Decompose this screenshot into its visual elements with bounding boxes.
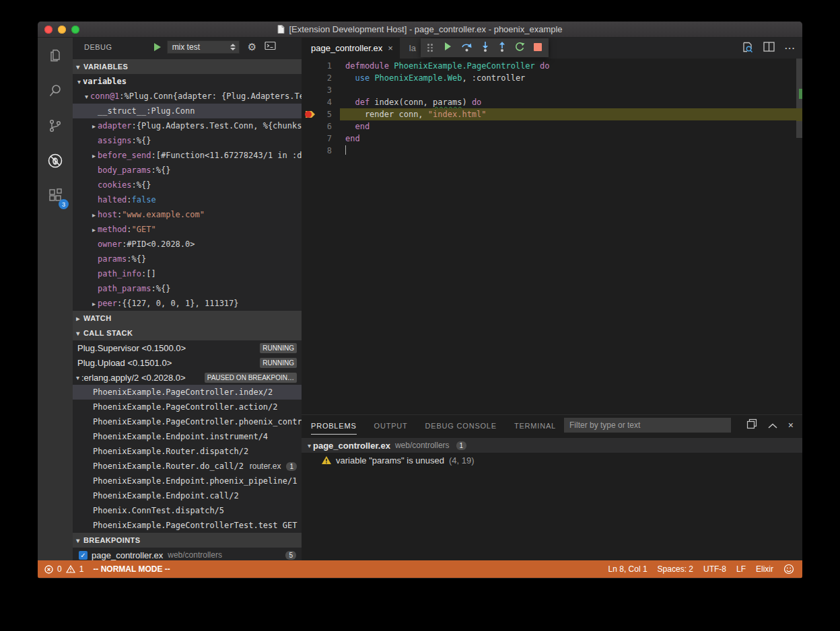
feedback-smiley-icon[interactable] xyxy=(783,564,794,574)
close-icon[interactable]: × xyxy=(388,43,393,53)
chevron-right-icon[interactable]: ▸ xyxy=(90,152,98,159)
problems-filter-input[interactable] xyxy=(564,418,731,433)
code-line[interactable]: 3 xyxy=(302,84,802,96)
line-gutter[interactable]: 2 xyxy=(302,72,340,84)
callstack-thread-row[interactable]: Plug.Upload <0.1501.0>RUNNING xyxy=(73,355,302,370)
variable-row[interactable]: ▸adapter: {Plug.Adapters.Test.Conn, %{ch… xyxy=(73,118,302,133)
continue-button[interactable] xyxy=(443,42,452,54)
chevron-right-icon[interactable]: ▸ xyxy=(90,122,98,130)
line-gutter[interactable]: 1 xyxy=(302,60,340,72)
chevron-down-icon[interactable]: ▾ xyxy=(74,374,81,381)
configure-gear-icon[interactable]: ⚙ xyxy=(248,42,256,52)
breakpoint-row[interactable]: ✓page_controller.exweb/controllers5 xyxy=(73,548,302,560)
callstack-frame-row[interactable]: PhoenixExample.Endpoint.instrument/4 xyxy=(73,429,302,444)
chevron-right-icon[interactable]: ▸ xyxy=(90,300,98,307)
tab-output[interactable]: OUTPUT xyxy=(374,416,408,434)
variables-section-header[interactable]: ▾ VARIABLES xyxy=(73,59,302,74)
callstack-frame-row[interactable]: PhoenixExample.PageController.action/2 xyxy=(73,400,302,414)
breakpoints-section-header[interactable]: ▾ BREAKPOINTS xyxy=(73,533,302,548)
chevron-down-icon[interactable]: ▾ xyxy=(83,93,90,100)
problem-row[interactable]: variable "params" is unused(4, 19) xyxy=(302,453,802,468)
extensions-icon[interactable]: 3 xyxy=(44,186,66,206)
line-gutter[interactable]: 6 xyxy=(302,120,340,133)
chevron-down-icon[interactable]: ▾ xyxy=(75,78,83,85)
more-actions-icon[interactable]: ··· xyxy=(785,43,796,53)
debug-console-icon[interactable] xyxy=(265,41,276,53)
restart-button[interactable] xyxy=(515,42,525,54)
problems-status[interactable]: 0 1 xyxy=(44,564,83,574)
cursor-position[interactable]: Ln 8, Col 1 xyxy=(608,564,648,574)
drag-handle[interactable] xyxy=(427,44,433,52)
stop-button[interactable] xyxy=(534,42,542,54)
callstack-frame-row[interactable]: PhoenixExample.Router.do_call/2router.ex… xyxy=(73,459,302,474)
variable-row[interactable]: path_info: [] xyxy=(73,266,302,281)
callstack-thread-row[interactable]: Plug.Supervisor <0.1500.0>RUNNING xyxy=(73,340,302,355)
debug-icon[interactable] xyxy=(44,151,66,171)
line-gutter[interactable]: 8 xyxy=(302,145,340,157)
step-over-button[interactable] xyxy=(461,42,473,54)
line-gutter[interactable]: 7 xyxy=(302,133,340,145)
tab-page-controller[interactable]: page_controller.ex × xyxy=(302,38,400,59)
line-gutter[interactable]: 5 xyxy=(302,108,340,120)
chevron-right-icon[interactable]: ▸ xyxy=(90,211,98,219)
code-line[interactable]: 2 use PhoenixExample.Web, :controller xyxy=(302,72,802,84)
callstack-frame-row[interactable]: PhoenixExample.Endpoint.phoenix_pipeline… xyxy=(73,474,302,488)
titlebar[interactable]: [Extension Development Host] - page_cont… xyxy=(38,22,802,38)
tab-problems[interactable]: PROBLEMS xyxy=(311,416,357,435)
tab-debug-console[interactable]: DEBUG CONSOLE xyxy=(425,416,497,434)
search-icon[interactable] xyxy=(44,81,66,101)
code-line[interactable]: 6 end xyxy=(302,120,802,133)
callstack-frame-row[interactable]: PhoenixExample.Router.dispatch/2 xyxy=(73,444,302,459)
step-into-button[interactable] xyxy=(481,42,489,54)
indentation[interactable]: Spaces: 2 xyxy=(658,564,693,574)
code-editor[interactable]: 1defmodule PhoenixExample.PageController… xyxy=(302,59,802,414)
language-mode[interactable]: Elixir xyxy=(756,564,773,574)
code-line[interactable]: 7end xyxy=(302,133,802,145)
step-out-button[interactable] xyxy=(498,42,506,54)
tab-terminal[interactable]: TERMINAL xyxy=(514,416,556,434)
zoom-button[interactable] xyxy=(71,26,79,34)
line-gutter[interactable]: 3 xyxy=(302,84,340,96)
variable-row[interactable]: ▾conn@1: %Plug.Conn{adapter: {Plug.Adapt… xyxy=(73,89,302,104)
chevron-up-icon[interactable] xyxy=(768,419,777,431)
variable-row[interactable]: path_params: %{} xyxy=(73,281,302,296)
code-line[interactable]: 8 xyxy=(302,145,802,157)
eol-type[interactable]: LF xyxy=(736,564,746,574)
variable-row[interactable]: halted: false xyxy=(73,192,302,207)
close-button[interactable] xyxy=(44,26,53,34)
variable-row[interactable]: __struct__: Plug.Conn xyxy=(73,104,302,118)
chevron-right-icon[interactable]: ▸ xyxy=(90,226,98,233)
variable-row[interactable]: ▸before_send: [#Function<11.67278243/1 i… xyxy=(73,148,302,163)
explorer-icon[interactable] xyxy=(44,46,66,66)
watch-section-header[interactable]: ▸ WATCH xyxy=(73,311,302,326)
callstack-thread-row[interactable]: ▾:erlang.apply/2 <0.2028.0>PAUSED ON BRE… xyxy=(73,370,302,385)
variable-row[interactable]: params: %{} xyxy=(73,252,302,266)
source-control-icon[interactable] xyxy=(44,116,66,136)
callstack-frame-row[interactable]: PhoenixExample.Endpoint.call/2 xyxy=(73,488,302,503)
code-line[interactable]: 5 render conn, "index.html" xyxy=(302,108,802,120)
callstack-frame-row[interactable]: PhoenixExample.PageController.phoenix_co… xyxy=(73,414,302,429)
variable-row[interactable]: ▸host: "www.example.com" xyxy=(73,207,302,222)
debug-config-select[interactable]: mix test xyxy=(167,40,240,54)
code-line[interactable]: 4 def index(conn, params) do xyxy=(302,96,802,108)
callstack-frame-row[interactable]: PhoenixExample.PageControllerTest.test G… xyxy=(73,518,302,533)
callstack-frame-row[interactable]: PhoenixExample.PageController.index/2 xyxy=(73,385,302,400)
variable-row[interactable]: assigns: %{} xyxy=(73,133,302,148)
variable-row[interactable]: ▸peer: {{127, 0, 0, 1}, 111317} xyxy=(73,296,302,311)
overview-ruler[interactable] xyxy=(796,59,802,414)
variable-row[interactable]: body_params: %{} xyxy=(73,163,302,178)
encoding[interactable]: UTF-8 xyxy=(703,564,726,574)
variable-row[interactable]: cookies: %{} xyxy=(73,178,302,192)
split-editor-icon[interactable] xyxy=(763,42,775,54)
maximize-panel-icon[interactable] xyxy=(746,418,757,432)
code-line[interactable]: 1defmodule PhoenixExample.PageController… xyxy=(302,60,802,72)
callstack-section-header[interactable]: ▾ CALL STACK xyxy=(73,326,302,340)
open-preview-icon[interactable] xyxy=(741,41,753,56)
breakpoint-checkbox[interactable]: ✓ xyxy=(79,551,88,560)
minimize-button[interactable] xyxy=(58,26,66,34)
variable-row[interactable]: owner: #PID<0.2028.0> xyxy=(73,237,302,252)
callstack-frame-row[interactable]: Phoenix.ConnTest.dispatch/5 xyxy=(73,503,302,518)
scope-row[interactable]: ▾variables xyxy=(73,74,302,89)
variable-row[interactable]: ▸method: "GET" xyxy=(73,222,302,237)
problems-file-group[interactable]: ▾ page_controller.ex web/controllers 1 xyxy=(302,438,802,453)
